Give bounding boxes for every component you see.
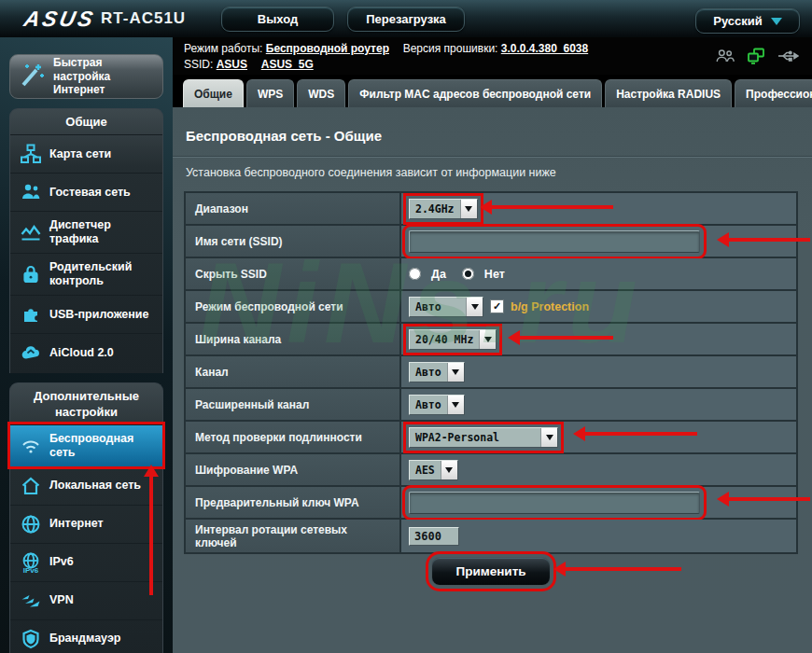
wireless-tabs: Общие WPS WDS Фильтр MAC адресов беспров… (173, 75, 812, 107)
chevron-down-icon (447, 363, 464, 382)
auth-method-select[interactable]: WPA2-Personal (409, 427, 558, 448)
sidebar-item-ipv6[interactable]: IPv6 IPv6 (10, 543, 162, 581)
ssid-link-24[interactable]: ASUS (217, 58, 247, 71)
top-bar: ASUS RT-AC51U Выход Перезагрузка Русский (0, 0, 812, 37)
guest-network-icon (20, 181, 42, 203)
traffic-manager-icon (20, 221, 42, 243)
apply-button[interactable]: Применить (431, 557, 550, 586)
sidebar-section-advanced: Дополнительные настройки Беспроводная се… (9, 382, 163, 653)
wpa-key-input[interactable] (409, 492, 700, 514)
firmware-version-link[interactable]: 3.0.0.4.380_6038 (501, 42, 588, 55)
status-bar: Режим работы: Беспроводной роутер Версия… (173, 37, 812, 75)
tab-general[interactable]: Общие (183, 79, 244, 107)
chevron-down-icon (447, 396, 464, 414)
table-row-extension-channel: Расширенный канал Авто (186, 389, 796, 422)
field-label: Имя сети (SSID) (186, 226, 401, 257)
sidebar-item-lan[interactable]: Локальная сеть (10, 466, 162, 505)
channel-select[interactable]: Авто (409, 362, 465, 382)
shield-icon (20, 628, 42, 650)
key-rotation-input[interactable] (409, 527, 459, 546)
sidebar-item-label: USB-приложение (49, 308, 149, 322)
aicloud-icon (20, 341, 42, 364)
quick-setup-label: Быстрая настройка Интернет (53, 56, 139, 96)
annotation-arrow-ssid (721, 238, 810, 242)
sidebar-section-general: Общие Карта сети Гостевая сеть (9, 108, 163, 373)
field-label: Ширина канала (186, 324, 401, 354)
sidebar-item-label: IPv6 (49, 555, 74, 569)
bg-protection-checkbox[interactable] (490, 299, 504, 313)
sidebar-item-usb-application[interactable]: USB-приложение (10, 295, 162, 333)
sidebar-item-label: Гостевая сеть (49, 186, 131, 200)
annotation-arrow-channel-width (512, 336, 613, 340)
field-label: Канал (186, 356, 401, 387)
section-title: Дополнительные настройки (10, 383, 162, 424)
table-row-key-rotation: Интервал ротации сетевых ключей (186, 520, 796, 552)
wireless-settings-table: Диапазон 2.4GHz Имя сети (SSID) Скрыть S… (184, 191, 798, 554)
reboot-button[interactable]: Перезагрузка (347, 7, 465, 32)
ssid-label: SSID: (184, 58, 213, 71)
extension-channel-value: Авто (410, 396, 447, 414)
svg-text:IPv6: IPv6 (23, 565, 39, 574)
field-label: Предварительный ключ WPA (186, 487, 401, 518)
usb-status-icon[interactable] (777, 49, 799, 65)
quick-setup-button[interactable]: Быстрая настройка Интернет (9, 54, 163, 99)
channel-width-select[interactable]: 20/40 MHz (409, 329, 497, 350)
clients-icon[interactable] (715, 49, 735, 66)
sidebar-item-label: Родительский контроль (49, 260, 159, 288)
table-row-channel-width: Ширина канала 20/40 MHz (186, 324, 796, 356)
language-label: Русский (713, 14, 763, 28)
channel-value: Авто (410, 363, 447, 382)
field-label: Шифрование WPA (186, 454, 401, 485)
sidebar-item-label: Локальная сеть (49, 479, 141, 493)
tab-professional[interactable]: Профессионально (735, 79, 812, 107)
hide-ssid-yes-radio[interactable] (409, 268, 421, 280)
sidebar: Быстрая настройка Интернет Общие Карта с… (0, 37, 173, 653)
operation-mode-link[interactable]: Беспроводной роутер (266, 42, 389, 55)
language-dropdown[interactable]: Русский (695, 8, 800, 34)
sidebar-item-label: AiCloud 2.0 (49, 346, 114, 360)
sidebar-item-label: Карта сети (49, 147, 111, 161)
sidebar-item-guest-network[interactable]: Гостевая сеть (10, 173, 162, 211)
field-label: Скрыть SSID (186, 258, 401, 289)
field-label: Диапазон (186, 193, 401, 224)
logout-button[interactable]: Выход (221, 7, 334, 32)
page-subtitle: Установка беспроводного соединения завис… (186, 166, 556, 179)
band-select[interactable]: 2.4GHz (409, 199, 478, 219)
network-map-icon (20, 143, 42, 165)
chevron-down-icon (479, 330, 496, 349)
sidebar-item-label: Брандмауэр (49, 632, 120, 646)
sidebar-item-wireless[interactable]: Беспроводная сеть (10, 424, 162, 466)
tab-wds[interactable]: WDS (297, 79, 345, 107)
tab-mac-filter[interactable]: Фильтр MAC адресов беспроводной сети (348, 79, 602, 107)
sidebar-item-label: VPN (49, 593, 74, 607)
vpn-icon (20, 590, 42, 612)
router-model: RT-AC51U (101, 9, 186, 28)
chevron-down-icon (771, 18, 782, 31)
page-title: Беспроводная сеть - Общие (186, 128, 382, 144)
sidebar-item-vpn[interactable]: VPN (10, 581, 162, 619)
channel-width-value: 20/40 MHz (410, 330, 479, 349)
hide-ssid-no-radio[interactable] (462, 268, 474, 280)
annotation-arrow-apply (558, 567, 681, 571)
sidebar-item-label: Беспроводная сеть (49, 432, 159, 460)
sidebar-item-traffic-manager[interactable]: Диспетчер трафика (10, 211, 162, 253)
tab-radius[interactable]: Настройка RADIUS (605, 79, 732, 107)
radio-label-yes: Да (431, 268, 446, 281)
extension-channel-select[interactable]: Авто (409, 395, 465, 415)
sidebar-item-network-map[interactable]: Карта сети (10, 134, 162, 173)
sidebar-item-parental-control[interactable]: Родительский контроль (10, 253, 162, 295)
table-row-wireless-mode: Режим беспроводной сети Авто b/g Protect… (186, 291, 796, 324)
ssid-link-5g[interactable]: ASUS_5G (261, 58, 314, 71)
wireless-mode-select[interactable]: Авто (409, 297, 483, 317)
sidebar-item-aicloud[interactable]: AiCloud 2.0 (10, 333, 162, 371)
lan-status-icon[interactable] (747, 48, 765, 67)
ssid-input[interactable] (409, 230, 700, 253)
chevron-down-icon (540, 428, 557, 447)
sidebar-item-firewall[interactable]: Брандмауэр (10, 619, 162, 653)
field-label: Метод проверки подлинности (186, 422, 401, 452)
annotation-arrow-band (484, 205, 613, 209)
wpa-encryption-select[interactable]: AES (409, 460, 458, 480)
tab-wps[interactable]: WPS (246, 79, 294, 107)
sidebar-item-wan[interactable]: Интернет (10, 505, 162, 543)
operation-mode-label: Режим работы: (184, 42, 262, 55)
